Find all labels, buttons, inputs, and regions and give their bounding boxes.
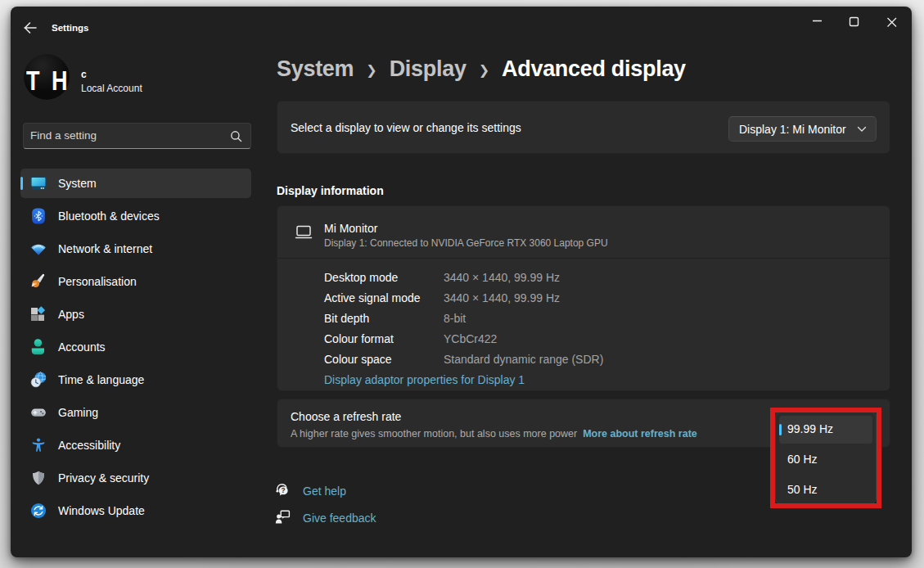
svg-text:?: ? [282,487,286,494]
